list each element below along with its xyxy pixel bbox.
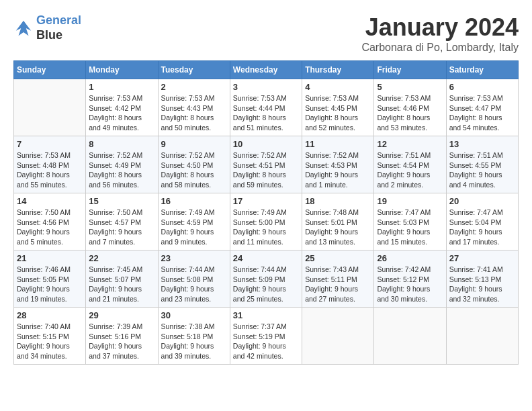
day-number: 27 bbox=[449, 253, 515, 263]
header-cell-friday: Friday bbox=[374, 61, 446, 79]
day-number: 29 bbox=[89, 310, 154, 320]
day-number: 14 bbox=[17, 196, 83, 206]
day-info: Sunrise: 7:52 AMSunset: 4:50 PMDaylight:… bbox=[161, 150, 227, 190]
day-number: 2 bbox=[161, 82, 227, 92]
calendar-cell: 21 Sunrise: 7:46 AMSunset: 5:05 PMDaylig… bbox=[14, 250, 86, 308]
day-number: 8 bbox=[89, 139, 154, 149]
calendar-cell bbox=[374, 308, 446, 365]
calendar-cell: 6 Sunrise: 7:53 AMSunset: 4:47 PMDayligh… bbox=[446, 79, 518, 136]
day-number: 20 bbox=[449, 196, 515, 206]
calendar-cell: 29 Sunrise: 7:39 AMSunset: 5:16 PMDaylig… bbox=[86, 308, 158, 365]
week-row-5: 28 Sunrise: 7:40 AMSunset: 5:15 PMDaylig… bbox=[14, 308, 519, 365]
week-row-4: 21 Sunrise: 7:46 AMSunset: 5:05 PMDaylig… bbox=[14, 250, 519, 308]
calendar-cell bbox=[446, 308, 518, 365]
day-info: Sunrise: 7:47 AMSunset: 5:03 PMDaylight:… bbox=[377, 208, 443, 247]
header-row: SundayMondayTuesdayWednesdayThursdayFrid… bbox=[14, 61, 519, 79]
calendar-cell: 27 Sunrise: 7:41 AMSunset: 5:13 PMDaylig… bbox=[446, 250, 518, 308]
day-number: 9 bbox=[161, 139, 227, 149]
header-cell-monday: Monday bbox=[86, 61, 158, 79]
day-number: 5 bbox=[377, 82, 443, 92]
day-number: 18 bbox=[305, 196, 371, 206]
calendar-cell: 15 Sunrise: 7:50 AMSunset: 4:57 PMDaylig… bbox=[86, 193, 158, 250]
calendar-cell: 30 Sunrise: 7:38 AMSunset: 5:18 PMDaylig… bbox=[158, 308, 230, 365]
day-info: Sunrise: 7:50 AMSunset: 4:56 PMDaylight:… bbox=[17, 208, 83, 247]
day-info: Sunrise: 7:44 AMSunset: 5:09 PMDaylight:… bbox=[233, 265, 299, 304]
calendar-cell bbox=[302, 308, 374, 365]
calendar-cell: 18 Sunrise: 7:48 AMSunset: 5:01 PMDaylig… bbox=[302, 193, 374, 250]
day-info: Sunrise: 7:45 AMSunset: 5:07 PMDaylight:… bbox=[89, 265, 154, 304]
day-number: 6 bbox=[449, 82, 515, 92]
calendar-cell: 16 Sunrise: 7:49 AMSunset: 4:59 PMDaylig… bbox=[158, 193, 230, 250]
week-row-2: 7 Sunrise: 7:53 AMSunset: 4:48 PMDayligh… bbox=[14, 136, 519, 193]
day-info: Sunrise: 7:37 AMSunset: 5:19 PMDaylight:… bbox=[233, 322, 299, 361]
day-number: 12 bbox=[377, 139, 443, 149]
day-number: 7 bbox=[17, 139, 83, 149]
title-section: January 2024 Carbonara di Po, Lombardy, … bbox=[361, 13, 519, 54]
day-info: Sunrise: 7:40 AMSunset: 5:15 PMDaylight:… bbox=[17, 322, 83, 361]
day-info: Sunrise: 7:47 AMSunset: 5:04 PMDaylight:… bbox=[449, 208, 515, 247]
calendar-cell: 22 Sunrise: 7:45 AMSunset: 5:07 PMDaylig… bbox=[86, 250, 158, 308]
day-number: 22 bbox=[89, 253, 154, 263]
day-info: Sunrise: 7:53 AMSunset: 4:46 PMDaylight:… bbox=[377, 93, 443, 133]
day-number: 3 bbox=[233, 82, 299, 92]
day-number: 31 bbox=[233, 310, 299, 320]
calendar-table: SundayMondayTuesdayWednesdayThursdayFrid… bbox=[13, 60, 519, 365]
day-info: Sunrise: 7:46 AMSunset: 5:05 PMDaylight:… bbox=[17, 265, 83, 304]
day-number: 17 bbox=[233, 196, 299, 206]
calendar-cell: 13 Sunrise: 7:51 AMSunset: 4:55 PMDaylig… bbox=[446, 136, 518, 193]
calendar-cell: 14 Sunrise: 7:50 AMSunset: 4:56 PMDaylig… bbox=[14, 193, 86, 250]
day-info: Sunrise: 7:38 AMSunset: 5:18 PMDaylight:… bbox=[161, 322, 227, 361]
calendar-cell: 26 Sunrise: 7:42 AMSunset: 5:12 PMDaylig… bbox=[374, 250, 446, 308]
day-info: Sunrise: 7:53 AMSunset: 4:47 PMDaylight:… bbox=[449, 93, 515, 133]
day-info: Sunrise: 7:41 AMSunset: 5:13 PMDaylight:… bbox=[449, 265, 515, 304]
week-row-3: 14 Sunrise: 7:50 AMSunset: 4:56 PMDaylig… bbox=[14, 193, 519, 250]
location-title: Carbonara di Po, Lombardy, Italy bbox=[361, 42, 519, 54]
calendar-cell: 24 Sunrise: 7:44 AMSunset: 5:09 PMDaylig… bbox=[230, 250, 302, 308]
calendar-cell: 28 Sunrise: 7:40 AMSunset: 5:15 PMDaylig… bbox=[14, 308, 86, 365]
day-info: Sunrise: 7:43 AMSunset: 5:11 PMDaylight:… bbox=[305, 265, 371, 304]
calendar-cell: 7 Sunrise: 7:53 AMSunset: 4:48 PMDayligh… bbox=[14, 136, 86, 193]
day-info: Sunrise: 7:39 AMSunset: 5:16 PMDaylight:… bbox=[89, 322, 154, 361]
day-info: Sunrise: 7:51 AMSunset: 4:54 PMDaylight:… bbox=[377, 150, 443, 190]
header-cell-tuesday: Tuesday bbox=[158, 61, 230, 79]
day-number: 1 bbox=[89, 82, 154, 92]
day-info: Sunrise: 7:52 AMSunset: 4:49 PMDaylight:… bbox=[89, 150, 154, 190]
day-number: 4 bbox=[305, 82, 371, 92]
day-number: 24 bbox=[233, 253, 299, 263]
day-info: Sunrise: 7:49 AMSunset: 5:00 PMDaylight:… bbox=[233, 208, 299, 247]
calendar-cell: 12 Sunrise: 7:51 AMSunset: 4:54 PMDaylig… bbox=[374, 136, 446, 193]
logo: General Blue bbox=[13, 13, 81, 42]
calendar-cell: 5 Sunrise: 7:53 AMSunset: 4:46 PMDayligh… bbox=[374, 79, 446, 136]
day-number: 16 bbox=[161, 196, 227, 206]
day-number: 11 bbox=[305, 139, 371, 149]
day-info: Sunrise: 7:53 AMSunset: 4:45 PMDaylight:… bbox=[305, 93, 371, 133]
day-number: 10 bbox=[233, 139, 299, 149]
day-number: 28 bbox=[17, 310, 83, 320]
header-cell-saturday: Saturday bbox=[446, 61, 518, 79]
calendar-cell: 17 Sunrise: 7:49 AMSunset: 5:00 PMDaylig… bbox=[230, 193, 302, 250]
day-number: 15 bbox=[89, 196, 154, 206]
logo-icon bbox=[13, 18, 34, 38]
calendar-cell: 10 Sunrise: 7:52 AMSunset: 4:51 PMDaylig… bbox=[230, 136, 302, 193]
calendar-cell: 25 Sunrise: 7:43 AMSunset: 5:11 PMDaylig… bbox=[302, 250, 374, 308]
day-info: Sunrise: 7:53 AMSunset: 4:43 PMDaylight:… bbox=[161, 93, 227, 133]
day-info: Sunrise: 7:51 AMSunset: 4:55 PMDaylight:… bbox=[449, 150, 515, 190]
day-number: 21 bbox=[17, 253, 83, 263]
calendar-cell: 19 Sunrise: 7:47 AMSunset: 5:03 PMDaylig… bbox=[374, 193, 446, 250]
day-info: Sunrise: 7:42 AMSunset: 5:12 PMDaylight:… bbox=[377, 265, 443, 304]
header: General Blue January 2024 Carbonara di P… bbox=[13, 13, 519, 54]
calendar-cell bbox=[14, 79, 86, 136]
calendar-cell: 9 Sunrise: 7:52 AMSunset: 4:50 PMDayligh… bbox=[158, 136, 230, 193]
calendar-cell: 11 Sunrise: 7:52 AMSunset: 4:53 PMDaylig… bbox=[302, 136, 374, 193]
calendar-cell: 1 Sunrise: 7:53 AMSunset: 4:42 PMDayligh… bbox=[86, 79, 158, 136]
calendar-cell: 31 Sunrise: 7:37 AMSunset: 5:19 PMDaylig… bbox=[230, 308, 302, 365]
day-info: Sunrise: 7:48 AMSunset: 5:01 PMDaylight:… bbox=[305, 208, 371, 247]
day-info: Sunrise: 7:52 AMSunset: 4:53 PMDaylight:… bbox=[305, 150, 371, 190]
day-number: 23 bbox=[161, 253, 227, 263]
calendar-cell: 23 Sunrise: 7:44 AMSunset: 5:08 PMDaylig… bbox=[158, 250, 230, 308]
day-info: Sunrise: 7:53 AMSunset: 4:42 PMDaylight:… bbox=[89, 93, 154, 133]
calendar-cell: 2 Sunrise: 7:53 AMSunset: 4:43 PMDayligh… bbox=[158, 79, 230, 136]
calendar-cell: 20 Sunrise: 7:47 AMSunset: 5:04 PMDaylig… bbox=[446, 193, 518, 250]
calendar-cell: 8 Sunrise: 7:52 AMSunset: 4:49 PMDayligh… bbox=[86, 136, 158, 193]
logo-line2: Blue bbox=[36, 28, 62, 42]
